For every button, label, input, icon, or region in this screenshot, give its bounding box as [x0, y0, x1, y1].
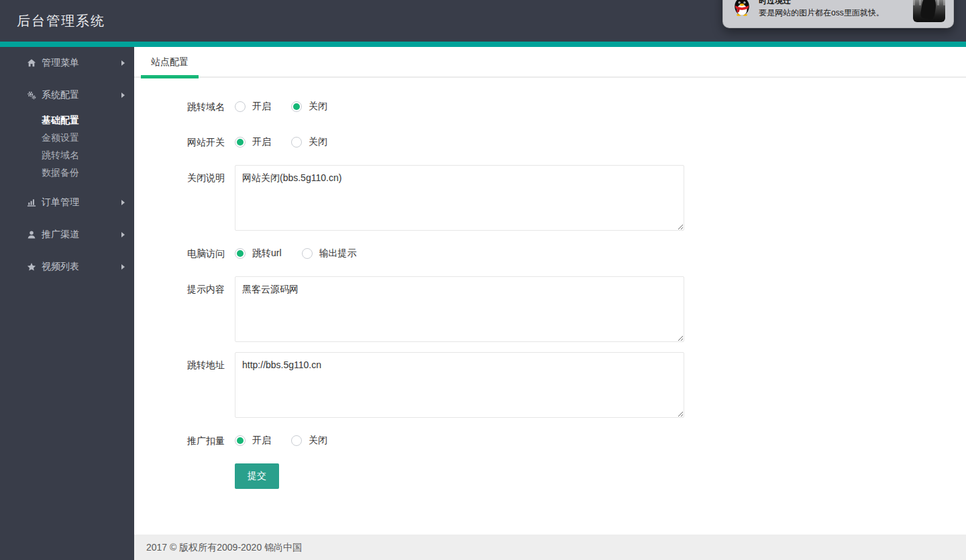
radio-option-label: 开启 — [252, 136, 271, 148]
radio-option-site-switch-1[interactable]: 关闭 — [291, 136, 327, 148]
accent-stripe — [0, 42, 966, 47]
radio-checked-icon[interactable] — [235, 248, 246, 259]
form-content-submit: 提交 — [235, 463, 279, 489]
sidebar-item-promotion-channel[interactable]: 推广渠道 — [0, 219, 134, 251]
sidebar-item-video-list[interactable]: 视频列表 — [0, 251, 134, 283]
site-config-form: 跳转域名开启关闭网站开关开启关闭关闭说明网站关闭(bbs.5g110.cn)电脑… — [134, 78, 966, 489]
radio-unchecked-icon[interactable] — [302, 248, 313, 259]
form-item-close-note: 关闭说明网站关闭(bbs.5g110.cn) — [151, 165, 966, 231]
radio-option-label: 关闭 — [309, 101, 327, 113]
copyright-text: 2017 © 版权所有2009-2020 锦尚中国 — [146, 542, 302, 553]
radio-option-label: 开启 — [252, 101, 271, 113]
form-label-tip-content: 提示内容 — [151, 276, 225, 342]
form-content-promo-deduction: 开启关闭 — [235, 428, 347, 453]
user-icon — [27, 230, 38, 240]
radio-option-label: 开启 — [252, 435, 271, 447]
chevron-right-icon — [121, 264, 125, 270]
radio-option-pc-access-0[interactable]: 跳转url — [235, 247, 282, 260]
tip-content-textarea[interactable]: 黑客云源码网 — [235, 276, 684, 342]
form-item-pc-access: 电脑访问跳转url输出提示 — [151, 241, 966, 266]
radio-unchecked-icon[interactable] — [291, 137, 302, 148]
footer: 2017 © 版权所有2009-2020 锦尚中国 — [134, 535, 966, 560]
notification-message: 要是网站的图片都在oss里面就快。 — [759, 7, 913, 19]
sidebar-item-label: 系统配置 — [42, 89, 79, 101]
form-item-jump-address: 跳转地址http://bbs.5g110.cn — [151, 352, 966, 418]
sidebar-subitem-data-backup[interactable]: 数据备份 — [0, 164, 134, 181]
main-content: 站点配置 跳转域名开启关闭网站开关开启关闭关闭说明网站关闭(bbs.5g110.… — [134, 47, 966, 560]
notification-toast[interactable]: 时过境迁 要是网站的图片都在oss里面就快。 — [722, 0, 954, 28]
jump-address-textarea[interactable]: http://bbs.5g110.cn — [235, 352, 684, 418]
qq-penguin-icon — [732, 0, 752, 17]
sidebar-item-label: 视频列表 — [42, 261, 79, 273]
form-content-tip-content: 黑客云源码网 — [235, 276, 684, 342]
app-title: 后台管理系统 — [17, 0, 105, 42]
radio-option-jump-domain-switch-1[interactable]: 关闭 — [291, 101, 327, 113]
radio-option-label: 关闭 — [309, 435, 327, 447]
form-item-jump-domain-switch: 跳转域名开启关闭 — [151, 94, 966, 119]
sidebar-submenu: 基础配置金额设置跳转域名数据备份 — [0, 111, 134, 181]
form-item-submit: 提交 — [151, 463, 966, 489]
radio-option-promo-deduction-1[interactable]: 关闭 — [291, 435, 327, 447]
radio-option-label: 跳转url — [252, 247, 282, 260]
form-content-close-note: 网站关闭(bbs.5g110.cn) — [235, 165, 684, 231]
form-label-site-switch: 网站开关 — [151, 129, 225, 155]
close-note-textarea[interactable]: 网站关闭(bbs.5g110.cn) — [235, 165, 684, 231]
chevron-right-icon — [121, 200, 125, 205]
form-content-jump-address: http://bbs.5g110.cn — [235, 352, 684, 418]
sidebar-item-label: 订单管理 — [42, 197, 79, 209]
sidebar-item-label: 管理菜单 — [42, 57, 79, 69]
chevron-right-icon — [121, 60, 125, 66]
form-label-close-note: 关闭说明 — [151, 165, 225, 231]
form-label-jump-domain-switch: 跳转域名 — [151, 94, 225, 119]
chevron-right-icon — [121, 93, 125, 98]
sidebar-item-label: 推广渠道 — [42, 229, 79, 241]
radio-unchecked-icon[interactable] — [235, 101, 246, 112]
sidebar-item-system-config[interactable]: 系统配置 — [0, 79, 134, 111]
sidebar-subitem-jump-domain[interactable]: 跳转域名 — [0, 146, 134, 164]
radio-checked-icon[interactable] — [291, 101, 302, 112]
sidebar-subitem-basic-config[interactable]: 基础配置 — [0, 111, 134, 129]
bar-chart-icon — [27, 198, 38, 208]
star-icon — [27, 262, 38, 272]
form-content-site-switch: 开启关闭 — [235, 129, 347, 155]
form-label-pc-access: 电脑访问 — [151, 241, 225, 266]
sidebar-item-admin-menu[interactable]: 管理菜单 — [0, 47, 134, 79]
form-label-empty — [151, 463, 225, 489]
sidebar-item-order-management[interactable]: 订单管理 — [0, 186, 134, 219]
tab-bar: 站点配置 — [134, 47, 966, 78]
notification-title: 时过境迁 — [759, 0, 913, 7]
sidebar: 管理菜单系统配置基础配置金额设置跳转域名数据备份订单管理推广渠道视频列表 — [0, 47, 134, 560]
form-item-promo-deduction: 推广扣量开启关闭 — [151, 428, 966, 453]
radio-option-label: 关闭 — [309, 136, 327, 148]
radio-option-pc-access-1[interactable]: 输出提示 — [302, 247, 357, 260]
radio-checked-icon[interactable] — [235, 137, 246, 148]
form-content-pc-access: 跳转url输出提示 — [235, 241, 377, 266]
notification-text: 时过境迁 要是网站的图片都在oss里面就快。 — [759, 0, 913, 19]
radio-checked-icon[interactable] — [235, 435, 246, 446]
tab-site-config[interactable]: 站点配置 — [141, 47, 199, 76]
form-item-tip-content: 提示内容黑客云源码网 — [151, 276, 966, 342]
form-label-promo-deduction: 推广扣量 — [151, 428, 225, 453]
radio-unchecked-icon[interactable] — [291, 435, 302, 446]
submit-button[interactable]: 提交 — [235, 463, 279, 489]
form-item-site-switch: 网站开关开启关闭 — [151, 129, 966, 155]
form-label-jump-address: 跳转地址 — [151, 352, 225, 418]
chevron-right-icon — [121, 232, 125, 237]
sidebar-subitem-amount-settings[interactable]: 金额设置 — [0, 129, 134, 146]
radio-option-jump-domain-switch-0[interactable]: 开启 — [235, 101, 271, 113]
radio-option-site-switch-0[interactable]: 开启 — [235, 136, 271, 148]
radio-option-label: 输出提示 — [319, 247, 357, 260]
form-content-jump-domain-switch: 开启关闭 — [235, 94, 347, 119]
home-icon — [27, 58, 38, 68]
notification-thumbnail — [913, 0, 945, 22]
radio-option-promo-deduction-0[interactable]: 开启 — [235, 435, 271, 447]
gears-icon — [27, 91, 38, 101]
